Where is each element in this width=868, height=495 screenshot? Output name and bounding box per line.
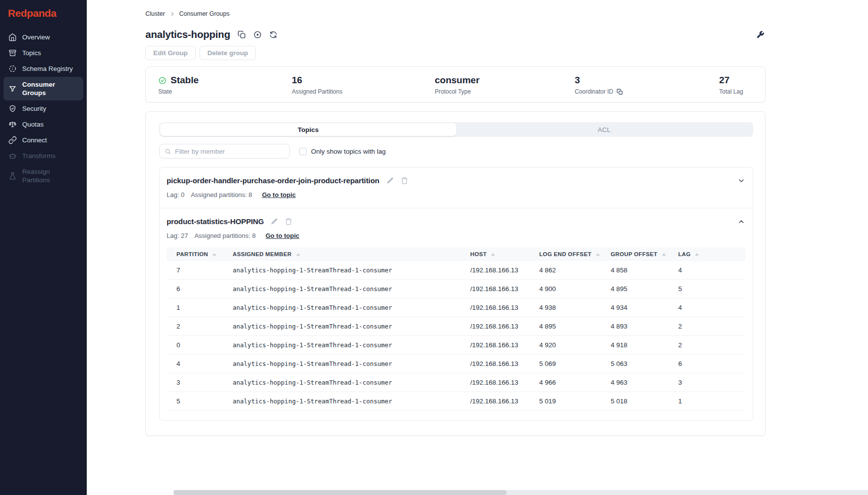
stat-value: Stable [171, 74, 199, 86]
cell-member: analytics-hopping-1-StreamThread-1-consu… [223, 355, 460, 373]
search-icon [165, 148, 171, 155]
chevron-up-icon[interactable] [737, 218, 745, 226]
app-root: Redpanda Overview Topics Schema Registry [0, 0, 868, 495]
column-header-group-offset[interactable]: GROUP OFFSET [601, 247, 668, 261]
copy-icon[interactable] [617, 89, 623, 95]
sidebar-item-topics[interactable]: Topics [3, 45, 83, 61]
edit-group-button[interactable]: Edit Group [145, 46, 196, 60]
sidebar-item-overview[interactable]: Overview [3, 30, 83, 45]
trash-icon[interactable] [401, 177, 408, 184]
topic-partitions: Assigned partitions: 8 [191, 191, 252, 198]
wrench-icon[interactable] [756, 31, 764, 39]
topic-name: product-statistics-HOPPING [167, 217, 264, 226]
column-header-partition[interactable]: PARTITION [167, 247, 223, 261]
stat-value: 3 [575, 74, 719, 86]
sidebar-item-label: Schema Registry [22, 65, 73, 73]
stat-value: 16 [292, 74, 435, 86]
table-row: 4 analytics-hopping-1-StreamThread-1-con… [167, 355, 745, 373]
cell-host: /192.168.166.13 [460, 355, 529, 373]
lag-filter: Only show topics with lag [299, 148, 386, 155]
table-row: 2 analytics-hopping-1-StreamThread-1-con… [167, 317, 745, 336]
cell-group-offset: 4 934 [601, 298, 668, 317]
edit-pencil-icon[interactable] [386, 177, 394, 184]
refresh-icon[interactable] [269, 31, 278, 39]
horizontal-scrollbar[interactable] [174, 490, 868, 495]
copy-icon[interactable] [238, 31, 246, 39]
home-icon [8, 33, 17, 41]
chevron-right-icon [170, 11, 175, 17]
cell-partition: 2 [167, 317, 223, 336]
sidebar-item-label: Overview [22, 33, 50, 41]
topics-icon [8, 49, 17, 57]
topics-accordion: pickup-order-handler-purchase-order-join… [159, 167, 753, 421]
tab-acl[interactable]: ACL [456, 123, 753, 136]
cell-partition: 4 [167, 355, 223, 373]
cell-lag: 4 [668, 261, 745, 280]
main-area: Cluster Consumer Groups analytics-hoppin… [87, 0, 868, 495]
sidebar-item-label: Quotas [22, 120, 44, 129]
edit-pencil-icon[interactable] [271, 218, 278, 225]
chevron-down-icon[interactable] [737, 177, 745, 185]
sidebar-item-transforms[interactable]: Transforms [3, 148, 83, 164]
stat-value: 27 [719, 74, 743, 86]
topic-section-pickup-order: pickup-order-handler-purchase-order-join… [160, 167, 753, 208]
go-to-topic-link[interactable]: Go to topic [266, 232, 300, 239]
stat-label: Total Lag [719, 88, 743, 95]
sidebar-item-label: Connect [22, 136, 47, 144]
column-header-log-end-offset[interactable]: LOG END OFFSET [529, 247, 601, 261]
sidebar-item-schema-registry[interactable]: Schema Registry [3, 61, 83, 76]
scrollbar-thumb[interactable] [174, 490, 507, 495]
table-row: 6 analytics-hopping-1-StreamThread-1-con… [167, 280, 745, 298]
redpanda-logo[interactable]: Redpanda [0, 0, 87, 24]
tab-topics[interactable]: Topics [160, 123, 456, 136]
sidebar-item-reassign-partitions[interactable]: Reassign Partitions [3, 164, 83, 188]
cell-lag: 2 [668, 336, 745, 355]
cell-host: /192.168.166.13 [460, 373, 529, 392]
stat-coordinator-id: 3 Coordinator ID [575, 74, 719, 95]
cell-lag: 6 [668, 355, 745, 373]
sidebar-item-connect[interactable]: Connect [3, 132, 83, 148]
breadcrumb-consumer-groups[interactable]: Consumer Groups [179, 10, 230, 17]
topic-lag: Lag: 27 [167, 232, 188, 239]
trash-icon[interactable] [285, 218, 292, 225]
column-header-lag[interactable]: LAG [668, 247, 745, 261]
robot-icon [8, 152, 17, 160]
lag-filter-checkbox[interactable] [299, 148, 307, 155]
stat-label: Assigned Partitions [292, 88, 435, 95]
cell-partition: 5 [167, 392, 223, 411]
sidebar-item-label: Reassign Partitions [22, 167, 78, 184]
sidebar: Redpanda Overview Topics Schema Registry [0, 0, 87, 495]
flask-icon [8, 172, 17, 180]
column-header-assigned-member[interactable]: ASSIGNED MEMBER [223, 247, 460, 261]
shield-check-icon [8, 104, 17, 113]
member-filter-input[interactable] [175, 148, 284, 155]
sidebar-item-consumer-groups[interactable]: Consumer Groups [3, 77, 83, 100]
topic-partitions: Assigned partitions: 8 [194, 232, 255, 239]
cell-log-end-offset: 4 966 [529, 373, 601, 392]
sort-icon [596, 253, 600, 256]
cell-group-offset: 4 918 [601, 336, 668, 355]
cell-group-offset: 4 893 [601, 317, 668, 336]
check-circle-icon [158, 76, 167, 85]
sort-icon [491, 253, 495, 256]
sort-icon [212, 253, 216, 256]
cell-partition: 7 [167, 261, 223, 280]
sidebar-item-label: Topics [22, 49, 41, 57]
column-header-host[interactable]: HOST [460, 247, 529, 261]
sidebar-item-quotas[interactable]: Quotas [3, 117, 83, 132]
cell-lag: 5 [668, 280, 745, 298]
sidebar-item-label: Consumer Groups [22, 80, 78, 97]
cell-log-end-offset: 5 069 [529, 355, 601, 373]
delete-group-button[interactable]: Delete group [200, 46, 256, 60]
breadcrumb-cluster[interactable]: Cluster [145, 10, 165, 17]
cell-group-offset: 5 018 [601, 392, 668, 411]
link-icon [8, 136, 17, 144]
sidebar-item-security[interactable]: Security [3, 101, 83, 116]
cell-partition: 3 [167, 373, 223, 392]
stat-label: Coordinator ID [575, 88, 613, 95]
table-row: 3 analytics-hopping-1-StreamThread-1-con… [167, 373, 745, 392]
topic-lag: Lag: 0 [167, 191, 184, 198]
play-circle-icon[interactable] [253, 31, 262, 39]
go-to-topic-link[interactable]: Go to topic [262, 191, 296, 198]
table-row: 0 analytics-hopping-1-StreamThread-1-con… [167, 336, 745, 355]
